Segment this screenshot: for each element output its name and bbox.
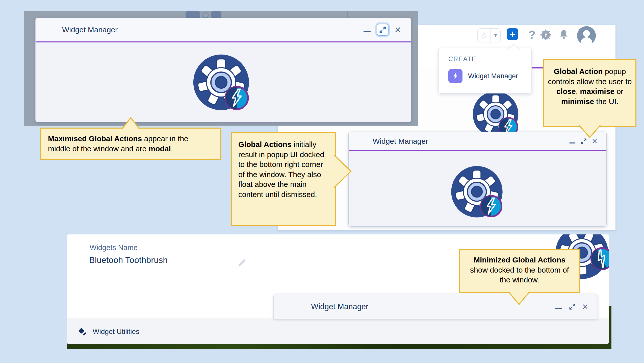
favorite-star-icon[interactable]: ☆ bbox=[478, 29, 491, 42]
callout-text: Minimized Global Actions show docked to … bbox=[464, 255, 575, 285]
callout-text: Global Actions initially result in popup… bbox=[238, 139, 329, 200]
favorites-caret-icon[interactable]: ▾ bbox=[491, 32, 500, 39]
maximize-icon bbox=[569, 303, 576, 310]
callout-docked-pointer bbox=[333, 154, 352, 189]
setup-gear-icon[interactable] bbox=[540, 29, 552, 41]
docked-popup-window: Widget Manager × bbox=[348, 132, 607, 227]
minimize-button[interactable] bbox=[364, 27, 371, 32]
maximize-button[interactable] bbox=[569, 303, 576, 310]
close-button[interactable]: × bbox=[395, 25, 401, 35]
lightning-action-icon bbox=[448, 69, 462, 83]
widget-gear-icon bbox=[472, 90, 520, 138]
field-label: Widgets Name bbox=[90, 244, 138, 252]
utility-item-label: Widget Utilities bbox=[93, 328, 139, 336]
window-title: Widget Manager bbox=[373, 137, 428, 146]
field-value: Bluetooh Toothbrush bbox=[89, 255, 168, 265]
maximised-window: Widget Manager × bbox=[35, 18, 411, 122]
maximize-icon bbox=[379, 26, 387, 34]
edit-pencil-icon[interactable] bbox=[236, 258, 247, 269]
window-header: Widget Manager × bbox=[349, 132, 606, 150]
widget-gear-icon bbox=[192, 53, 250, 112]
help-icon[interactable]: ? bbox=[526, 28, 538, 41]
create-menu: CREATE Widget Manager bbox=[439, 48, 532, 93]
minimize-button[interactable] bbox=[569, 139, 575, 143]
widget-gear-icon bbox=[450, 165, 504, 219]
callout-text: Maximised Global Actions appear in the m… bbox=[48, 134, 213, 154]
dimmed-tab bbox=[211, 11, 221, 18]
callout-minimized-pointer bbox=[507, 291, 531, 306]
window-title: Widget Manager bbox=[62, 26, 118, 34]
minimize-icon bbox=[555, 308, 562, 309]
callout-maximised-pointer bbox=[121, 116, 141, 129]
callout-minimized: Minimized Global Actions show docked to … bbox=[459, 249, 580, 293]
utility-item-widget-utilities[interactable]: Widget Utilities bbox=[77, 319, 139, 344]
window-body bbox=[349, 151, 606, 227]
screenshot-canvas: ☆ ▾ + ? bbox=[0, 0, 644, 363]
window-title: Widget Manager bbox=[311, 302, 368, 311]
minimize-icon bbox=[364, 31, 371, 32]
notifications-bell-icon[interactable] bbox=[558, 29, 570, 41]
close-icon: × bbox=[582, 302, 588, 311]
minimize-button[interactable] bbox=[555, 304, 562, 309]
dimmed-tab bbox=[186, 11, 200, 18]
callout-docked: Global Actions initially result in popup… bbox=[231, 132, 336, 226]
minimized-popup-bar[interactable]: Widget Manager × bbox=[273, 294, 598, 319]
callout-controls-pointer bbox=[578, 125, 602, 139]
create-menu-item-label: Widget Manager bbox=[468, 72, 518, 80]
create-menu-item-widget-manager[interactable]: Widget Manager bbox=[448, 69, 518, 83]
plus-icon: + bbox=[509, 29, 515, 40]
create-menu-pointer bbox=[505, 43, 522, 50]
window-controls: × bbox=[364, 18, 401, 41]
callout-text: Global Action popup controls allow the u… bbox=[547, 66, 633, 106]
dimmed-tab-divider bbox=[347, 11, 348, 18]
favorites-button-group[interactable]: ☆ ▾ bbox=[477, 28, 501, 42]
close-button[interactable]: × bbox=[582, 302, 588, 311]
global-create-button[interactable]: + bbox=[507, 28, 518, 40]
utility-bar: Widget Utilities bbox=[67, 319, 609, 344]
utility-tool-icon bbox=[77, 326, 88, 337]
minimize-icon bbox=[569, 142, 575, 143]
callout-controls: Global Action popup controls allow the u… bbox=[543, 59, 636, 127]
window-header: Widget Manager × bbox=[36, 18, 411, 41]
window-controls: × bbox=[555, 294, 588, 319]
callout-maximised: Maximised Global Actions appear in the m… bbox=[40, 128, 221, 160]
close-icon: × bbox=[395, 25, 401, 35]
create-menu-header: CREATE bbox=[448, 55, 477, 63]
user-avatar[interactable] bbox=[577, 26, 596, 45]
maximize-button[interactable] bbox=[377, 24, 389, 36]
window-body bbox=[36, 42, 411, 122]
